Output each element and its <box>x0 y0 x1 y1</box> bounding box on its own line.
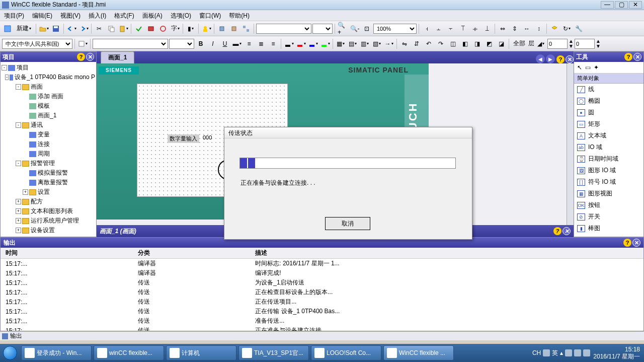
editor-scrollbar[interactable] <box>567 63 574 225</box>
zoom-combo[interactable]: 100% <box>373 24 417 34</box>
wand-tool-icon[interactable]: ✦ <box>594 64 599 71</box>
minimize-button[interactable]: — <box>601 1 614 9</box>
align-top-button[interactable]: ⟙ <box>457 23 468 34</box>
tab-next-button[interactable]: ▶ <box>546 54 555 63</box>
text-left-button[interactable]: ≡ <box>244 38 255 49</box>
save-button[interactable] <box>50 23 61 34</box>
tree-expander[interactable]: + <box>16 199 21 204</box>
editor-close-button[interactable]: ✕ <box>566 55 574 63</box>
rotate-button[interactable]: ↻ <box>561 23 572 34</box>
start-button[interactable] <box>0 344 20 362</box>
new-button[interactable]: 新建 <box>14 23 34 34</box>
tree-node[interactable]: -通讯 <box>2 120 95 130</box>
tool-item[interactable]: ╱线 <box>574 84 643 95</box>
tree-node[interactable]: +配方 <box>2 197 95 206</box>
zoom-fit-button[interactable]: ⊡ <box>361 23 372 34</box>
taskbar-item[interactable]: LOGO!Soft Co... <box>311 345 381 360</box>
rotate-right-button[interactable]: ↷ <box>435 38 446 49</box>
menu-item[interactable]: 面板(A) <box>138 10 167 21</box>
close-button[interactable]: ✕ <box>629 1 642 9</box>
fill-color-button[interactable] <box>319 38 331 49</box>
tree-expander[interactable]: + <box>16 218 21 224</box>
paste-button[interactable] <box>118 23 129 34</box>
ime-indicator[interactable]: CH <box>532 349 541 356</box>
tool-item[interactable]: [ ]符号 IO 域 <box>574 176 643 188</box>
dist-v-button[interactable]: ⇕ <box>509 23 520 34</box>
tree-node[interactable]: 周期 <box>2 149 95 159</box>
output-row[interactable]: 15:17:...传送为设备_1启动传送 <box>1 278 643 287</box>
digital-input-value[interactable]: 000 <box>203 134 212 140</box>
misc3-button[interactable]: ◨ <box>471 38 482 49</box>
object-combo[interactable] <box>256 24 311 34</box>
zoom-in-button[interactable]: 🔍+ <box>337 23 348 34</box>
tree-node[interactable]: 连接 <box>2 139 95 149</box>
pattern4-button[interactable]: ▧ <box>371 38 382 49</box>
dict-button[interactable] <box>77 38 88 49</box>
tree-node[interactable]: 模板 <box>2 101 95 111</box>
layer-spin-b[interactable] <box>575 39 595 49</box>
tool-item[interactable]: ◯椭圆 <box>574 95 643 107</box>
editor-help-button[interactable]: ? <box>556 55 565 63</box>
bold-button[interactable]: B <box>195 38 206 49</box>
output-help-button[interactable]: ? <box>623 239 631 247</box>
output-row[interactable]: 15:17:...传送正在传输 设备_1 0TP400 Bas... <box>1 307 643 316</box>
tab-screen-1[interactable]: 画面_1 <box>101 51 134 63</box>
font-size-combo[interactable] <box>169 39 194 49</box>
group-button[interactable] <box>240 23 252 34</box>
pattern2-button[interactable]: ▤ <box>347 38 358 49</box>
menu-item[interactable]: 项目(P) <box>0 10 28 21</box>
redo-button[interactable] <box>78 23 89 34</box>
align-middle-button[interactable]: ⟛ <box>469 23 480 34</box>
permissions-button[interactable] <box>201 23 212 34</box>
tools-close-button[interactable]: ✕ <box>633 53 641 61</box>
system-tray[interactable]: CH 英 ▴ 15:18 2016/11/7 星期一 <box>529 346 644 360</box>
pattern1-button[interactable]: ▦ <box>335 38 346 49</box>
rotate-left-button[interactable]: ↶ <box>423 38 434 49</box>
line-color-button[interactable] <box>307 38 318 49</box>
layer-icon[interactable] <box>549 23 560 34</box>
font-ref-button[interactable]: 字 <box>170 23 181 34</box>
transfer-button[interactable] <box>157 23 169 34</box>
network-icon[interactable] <box>574 349 581 356</box>
tree-node[interactable]: -语言设置 <box>2 235 95 237</box>
language-combo[interactable]: 中文(中华人民共和国) <box>2 39 72 49</box>
tree-node[interactable]: 变量 <box>2 130 95 139</box>
dist-h-button[interactable]: ⇔ <box>497 23 508 34</box>
undo-button[interactable] <box>66 23 77 34</box>
download-button[interactable] <box>145 23 156 34</box>
panel-help-button[interactable]: ? <box>77 53 85 61</box>
output-row[interactable]: 15:17:...编译器编译完成! <box>1 268 643 278</box>
bg-color-button[interactable] <box>295 38 306 49</box>
maximize-button[interactable]: ▢ <box>615 1 628 9</box>
menu-item[interactable]: 格式(F) <box>110 10 138 21</box>
tool-item[interactable]: ⌚日期时间域 <box>574 153 643 165</box>
tools-category[interactable]: 简单对象 <box>574 74 643 84</box>
output-row[interactable]: 15:17:...编译器时间标志: 2016/11/7 星期一 1... <box>1 259 643 269</box>
tree-node[interactable]: 离散量报警 <box>2 178 95 187</box>
open-button[interactable] <box>38 23 49 34</box>
marquee-tool-icon[interactable]: ▭ <box>585 64 591 71</box>
volume-icon[interactable] <box>583 349 590 356</box>
order-back-button[interactable] <box>228 23 239 34</box>
order-front-button[interactable] <box>216 23 227 34</box>
output-row[interactable]: 15:17:...传送正在检查目标设备上的版本... <box>1 287 643 297</box>
pointer-tool-icon[interactable]: ↖ <box>577 64 582 71</box>
tree-node[interactable]: +运行系统用户管理 <box>2 216 95 226</box>
attr-combo[interactable] <box>312 24 333 34</box>
arrow-style-button[interactable]: → <box>383 38 394 49</box>
align-bottom-button[interactable]: ⟘ <box>481 23 493 34</box>
tool-item[interactable]: ▭矩形 <box>574 118 643 130</box>
tools-help-button[interactable]: ? <box>624 53 632 61</box>
taskbar-item[interactable]: 计算机 <box>166 345 236 360</box>
taskbar-item[interactable]: 登录成功 - Win... <box>21 345 92 360</box>
output-table[interactable]: 时间分类描述15:17:...编译器时间标志: 2016/11/7 星期一 1.… <box>1 248 643 331</box>
equal-width-button[interactable]: ↔ <box>521 23 532 34</box>
compile-button[interactable] <box>133 23 144 34</box>
flip-h-button[interactable]: ⇋ <box>399 38 410 49</box>
layer-pick[interactable]: ◢ <box>535 38 546 49</box>
misc2-button[interactable]: ◧ <box>459 38 470 49</box>
tool-item[interactable]: abIO 域 <box>574 141 643 153</box>
tree-expander[interactable]: - <box>5 75 9 80</box>
tool-item[interactable]: A文本域 <box>574 130 643 141</box>
tool-item[interactable]: ●圆 <box>574 107 643 118</box>
